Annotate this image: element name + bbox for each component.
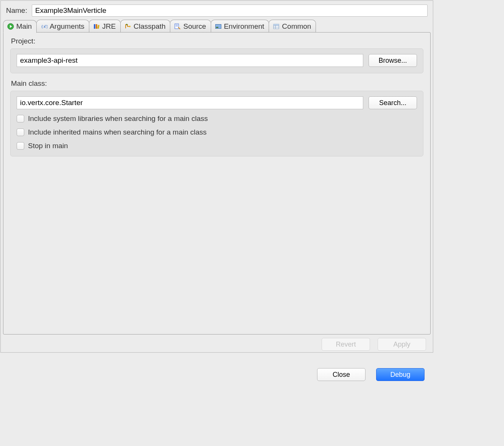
tab-label: Main	[16, 22, 32, 31]
search-button[interactable]: Search...	[369, 96, 417, 109]
check-include-syslib-label: Include system libraries when searching …	[28, 115, 208, 123]
name-input[interactable]	[32, 5, 428, 17]
tab-label: Common	[282, 22, 311, 31]
tab-environment[interactable]: Environment	[211, 20, 269, 33]
tab-strip: Main (x)= Arguments JRE Classpath Source	[1, 20, 433, 33]
variable-icon: (x)=	[40, 23, 47, 30]
run-circle-icon	[7, 23, 14, 30]
apply-button[interactable]: Apply	[378, 338, 426, 351]
tab-jre[interactable]: JRE	[89, 20, 121, 33]
svg-rect-18	[274, 24, 279, 25]
project-section: Project: Browse...	[10, 37, 423, 79]
tab-label: JRE	[102, 22, 116, 31]
revert-button[interactable]: Revert	[322, 338, 370, 351]
project-input[interactable]	[17, 54, 363, 67]
tab-label: Arguments	[50, 22, 84, 31]
tab-main[interactable]: Main	[3, 20, 37, 33]
check-include-inherited[interactable]	[17, 129, 24, 136]
close-button[interactable]: Close	[317, 368, 366, 381]
environment-icon	[215, 23, 222, 30]
check-stop-main[interactable]	[17, 142, 24, 150]
table-icon	[273, 23, 280, 30]
svg-rect-13	[216, 27, 218, 28]
tab-classpath[interactable]: Classpath	[120, 20, 171, 33]
inner-button-row: Revert Apply	[1, 338, 433, 352]
check-stop-main-label: Stop in main	[28, 142, 68, 150]
name-row: Name:	[1, 1, 433, 19]
run-config-dialog: Name: Main (x)= Arguments JRE Clas	[0, 0, 433, 353]
debug-button[interactable]: Debug	[376, 368, 425, 381]
check-include-syslib[interactable]	[17, 115, 24, 122]
tab-source[interactable]: Source	[170, 20, 211, 33]
svg-text:=: =	[45, 24, 47, 27]
svg-point-7	[129, 26, 131, 27]
browse-button[interactable]: Browse...	[369, 54, 417, 67]
tab-common[interactable]: Common	[269, 20, 316, 33]
svg-rect-5	[96, 24, 97, 29]
svg-rect-4	[94, 24, 95, 29]
source-icon	[174, 23, 181, 30]
tab-panel-main: Project: Browse... Main class: Search...…	[3, 32, 431, 334]
tab-label: Classpath	[134, 22, 166, 31]
name-label: Name:	[6, 6, 27, 15]
check-stop-main-row: Stop in main	[17, 142, 417, 150]
classpath-icon	[124, 23, 131, 30]
library-icon	[93, 23, 100, 30]
svg-rect-6	[97, 25, 100, 29]
mainclass-section: Main class: Search... Include system lib…	[10, 79, 423, 163]
check-include-syslib-row: Include system libraries when searching …	[17, 115, 417, 123]
tab-label: Source	[183, 22, 206, 31]
check-include-inherited-label: Include inherited mains when searching f…	[28, 128, 207, 136]
tab-arguments[interactable]: (x)= Arguments	[36, 20, 89, 33]
footer-button-row: Close Debug	[0, 353, 433, 388]
project-label: Project:	[11, 37, 423, 45]
mainclass-label: Main class:	[11, 79, 423, 88]
mainclass-input[interactable]	[17, 96, 363, 109]
check-include-inherited-row: Include inherited mains when searching f…	[17, 128, 417, 136]
tab-label: Environment	[224, 22, 264, 31]
